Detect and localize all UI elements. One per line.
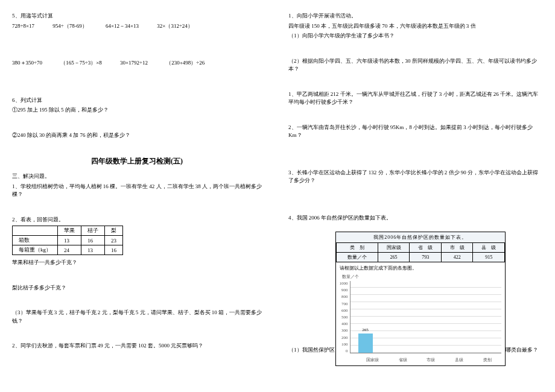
fruit-table: 苹果 桔子 梨 箱数 13 16 23 每箱重（kg） 24 13 16 bbox=[12, 226, 123, 255]
expr: 380＋350÷70 bbox=[12, 59, 42, 68]
sec3-title: 三、解决问题。 bbox=[12, 172, 262, 181]
table-row: 类 别 国家级 省 级 市 级 县 级 bbox=[336, 243, 505, 253]
p1c: （1）向阳小学六年级的学生读了多少本书？ bbox=[288, 32, 538, 40]
expr-row-2: 380＋350÷70 （165－75÷3）×8 30×1792÷12 （230+… bbox=[12, 59, 262, 68]
q2b: 梨比桔子多多少千克？ bbox=[12, 284, 262, 292]
sec6-title: 6、列式计算 bbox=[12, 96, 262, 105]
expr: 30×1792÷12 bbox=[120, 59, 148, 68]
plot: 265 bbox=[350, 281, 502, 353]
p1d: （2）根据向阳小学四、五、六年级读书的本数，30 所同样规模的小学四、五、六、年… bbox=[288, 57, 538, 74]
p1a: 1、向阳小学开展读书活动。 bbox=[288, 12, 538, 21]
cell: 13 bbox=[81, 245, 105, 255]
cell: 23 bbox=[105, 236, 123, 245]
q4-right-text: 哪类自最多？ bbox=[506, 346, 538, 366]
p3: 2、一辆汽车由青岛开往长沙，每小时行驶 95Km，8 小时到达。如果提前 3 小… bbox=[288, 124, 538, 140]
table-row: 每箱重（kg） 24 13 16 bbox=[13, 245, 123, 255]
q1: 1、学校组织植树劳动，平均每人植树 16 棵。一班有学生 42 人，二班有学生 … bbox=[12, 183, 262, 199]
expr: 728÷8×17 bbox=[12, 22, 34, 31]
q2c: （3）苹果每千克 3 元，桔子每千克 2 元，梨每千克 5 元，请问苹果、桔子、… bbox=[12, 309, 262, 325]
cell: 类 别 bbox=[336, 243, 378, 253]
tick: 500 bbox=[340, 315, 348, 320]
cell: 梨 bbox=[105, 226, 123, 236]
cell: 苹果 bbox=[58, 226, 81, 236]
cell: 16 bbox=[81, 236, 105, 245]
tick: 市级 bbox=[427, 357, 435, 363]
x-axis: 国家级 省级 市级 县级 类别 bbox=[336, 356, 506, 365]
q4-wrap: （1）我国然保护区 我国2006年自然保护区的数量如下表。 类 别 国家级 省 … bbox=[288, 228, 538, 366]
tick: 200 bbox=[340, 335, 348, 340]
left-column: 5、用递等式计算 728÷8×17 954÷（78-69） 64×12－34×1… bbox=[7, 7, 267, 357]
right-column: 1、向阳小学开展读书活动。 四年级读 150 本，五年级比四年级多读 70 本，… bbox=[284, 7, 543, 371]
table-row: 苹果 桔子 梨 bbox=[13, 226, 123, 236]
q4-left-text: （1）我国然保护区 bbox=[288, 346, 335, 366]
cell: 县 级 bbox=[473, 243, 505, 253]
tick: 400 bbox=[340, 321, 348, 326]
cell: 市 级 bbox=[441, 243, 473, 253]
tick: 1000 bbox=[340, 281, 348, 286]
expr: 954÷（78-69） bbox=[52, 22, 87, 31]
y-axis: 1000 900 800 700 600 500 400 300 200 100… bbox=[340, 281, 348, 353]
cell: 422 bbox=[441, 253, 473, 262]
sec6-q2: ②240 除以 30 的商再乘 4 加 76 的和，积是多少？ bbox=[12, 131, 262, 140]
sec5-title: 5、用递等式计算 bbox=[12, 12, 262, 21]
cell: 数量／个 bbox=[336, 253, 378, 262]
page-title: 四年级数学上册复习检测(五) bbox=[12, 156, 262, 166]
cell: 箱数 bbox=[13, 236, 58, 245]
p1b: 四年级读 150 本，五年级比四年级多读 70 本，六年级读的本数是五年级的 3… bbox=[288, 22, 538, 31]
p4: 3、长锋小学在区运动会上获得了 132 分，东华小学比长锋小学的 2 倍少 90… bbox=[288, 169, 538, 185]
cell: 国家级 bbox=[378, 243, 410, 253]
bar-slot: 265 bbox=[355, 334, 376, 353]
tick: 国家级 bbox=[366, 357, 379, 363]
tick: 700 bbox=[340, 302, 348, 306]
bar-value: 265 bbox=[358, 327, 373, 332]
table-row: 数量／个 265 793 422 915 bbox=[336, 253, 505, 262]
cell: 13 bbox=[58, 236, 81, 245]
tick: 0 bbox=[340, 349, 348, 353]
cell: 每箱重（kg） bbox=[13, 245, 58, 255]
cell bbox=[13, 226, 58, 236]
cell: 915 bbox=[473, 253, 505, 262]
q2a: 苹果和桔子一共多少千克？ bbox=[12, 259, 262, 267]
p2: 1、甲乙两城相距 212 千米。一辆汽车从甲城开往乙城，行驶了 3 小时，距离乙… bbox=[288, 90, 538, 107]
q3: 2、同学们去秋游，每套车票和门票 49 元，一共需要 102 套。5000 元买… bbox=[12, 342, 262, 350]
table-row: 箱数 13 16 23 bbox=[13, 236, 123, 245]
q2-title: 2、看表，回答问题。 bbox=[12, 216, 262, 224]
cell: 桔子 bbox=[81, 226, 105, 236]
tick: 类别 bbox=[483, 357, 492, 363]
tick: 100 bbox=[340, 342, 348, 347]
cell: 265 bbox=[378, 253, 410, 262]
expr: （165－75÷3）×8 bbox=[60, 59, 102, 68]
tick: 600 bbox=[340, 308, 348, 313]
p5: 4、我国 2006 年自然保护区的数量如下表。 bbox=[288, 214, 538, 223]
chart-note: 请根据以上数据完成下面的条形图。 bbox=[336, 262, 506, 274]
tick: 800 bbox=[340, 294, 348, 299]
cell: 24 bbox=[58, 245, 81, 255]
chart-table: 类 别 国家级 省 级 市 级 县 级 数量／个 265 793 422 915 bbox=[336, 242, 506, 262]
tick: 省级 bbox=[399, 357, 407, 363]
expr: （230+498）÷26 bbox=[166, 59, 205, 68]
cell: 16 bbox=[105, 245, 123, 255]
bar: 265 bbox=[358, 334, 373, 353]
chart: 我国2006年自然保护区的数量如下表。 类 别 国家级 省 级 市 级 县 级 … bbox=[335, 232, 506, 366]
expr: 64×12－34×13 bbox=[106, 22, 139, 31]
chart-title: 我国2006年自然保护区的数量如下表。 bbox=[336, 232, 506, 242]
cell: 省 级 bbox=[410, 243, 442, 253]
plot-area: 1000 900 800 700 600 500 400 300 200 100… bbox=[336, 281, 506, 356]
cell: 793 bbox=[410, 253, 442, 262]
sec6-q1: ①295 加上 195 除以 5 的商，和是多少？ bbox=[12, 106, 262, 115]
tick: 县级 bbox=[455, 357, 463, 363]
expr: 32×（312÷24） bbox=[157, 22, 193, 31]
tick: 900 bbox=[340, 288, 348, 292]
tick: 300 bbox=[340, 328, 348, 333]
y-axis-label: 数量／个 bbox=[336, 274, 506, 280]
expr-row-1: 728÷8×17 954÷（78-69） 64×12－34×13 32×（312… bbox=[12, 22, 262, 31]
